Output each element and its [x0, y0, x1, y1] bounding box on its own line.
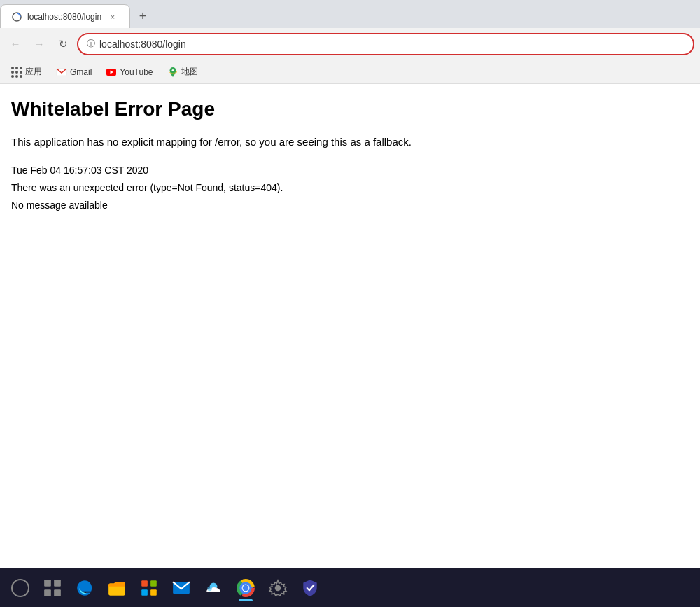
svg-rect-12 — [141, 589, 148, 596]
address-bar-input[interactable] — [99, 39, 685, 50]
forward-button[interactable]: → — [29, 34, 49, 54]
svg-point-16 — [207, 586, 211, 590]
taskbar-weather[interactable] — [199, 573, 228, 603]
taskbar-security[interactable] — [295, 573, 325, 603]
bookmark-gmail[interactable]: Gmail — [50, 64, 97, 80]
tab-favicon — [12, 12, 22, 22]
apps-grid-icon — [11, 67, 22, 78]
bookmark-apps-label: 应用 — [25, 66, 42, 78]
bookmark-maps[interactable]: 地图 — [162, 64, 204, 80]
youtube-icon — [106, 67, 117, 78]
lock-icon: ⓘ — [87, 38, 95, 50]
taskbar-mail[interactable] — [167, 573, 196, 603]
start-icon — [11, 579, 29, 597]
tab-bar: localhost:8080/login × + — [0, 0, 700, 28]
svg-point-4 — [172, 69, 174, 71]
back-button[interactable]: ← — [6, 34, 25, 54]
taskbar-file-explorer[interactable] — [102, 573, 132, 603]
taskbar-edge[interactable] — [70, 573, 99, 603]
tab-close-button[interactable]: × — [107, 11, 118, 22]
taskbar-settings[interactable] — [263, 573, 293, 603]
svg-point-23 — [275, 585, 281, 591]
svg-point-22 — [243, 585, 249, 591]
bookmarks-bar: 应用 Gmail YouTube — [0, 60, 700, 84]
start-button[interactable] — [6, 573, 35, 603]
tab-title: localhost:8080/login — [27, 12, 102, 22]
svg-rect-8 — [54, 589, 61, 596]
bookmark-youtube-label: YouTube — [120, 67, 153, 77]
active-tab[interactable]: localhost:8080/login × — [0, 4, 130, 28]
error-detail-text: There was an unexpected error (type=Not … — [11, 179, 689, 197]
svg-rect-11 — [150, 580, 157, 587]
taskbar-store[interactable] — [134, 573, 164, 603]
svg-rect-10 — [141, 580, 148, 587]
taskbar-task-view[interactable] — [38, 573, 67, 603]
page-content: Whitelabel Error Page This application h… — [0, 84, 700, 568]
error-timestamp: Tue Feb 04 16:57:03 CST 2020 — [11, 162, 689, 179]
taskbar — [0, 568, 700, 607]
address-bar-wrapper: ⓘ — [77, 33, 694, 55]
error-description: This application has no explicit mapping… — [11, 134, 689, 151]
svg-point-0 — [13, 13, 21, 21]
refresh-button[interactable]: ↻ — [53, 34, 73, 54]
bookmark-maps-label: 地图 — [181, 66, 198, 78]
bookmark-youtube[interactable]: YouTube — [100, 64, 158, 80]
bookmark-apps[interactable]: 应用 — [6, 64, 48, 80]
gmail-icon — [56, 67, 67, 78]
svg-rect-13 — [150, 589, 157, 596]
error-page-title: Whitelabel Error Page — [11, 98, 689, 120]
new-tab-button[interactable]: + — [133, 6, 153, 26]
browser-window: localhost:8080/login × + ← → ↻ ⓘ 应用 — [0, 0, 700, 607]
taskbar-chrome[interactable] — [231, 573, 260, 603]
maps-icon — [167, 67, 178, 78]
error-no-message: No message available — [11, 197, 689, 214]
svg-rect-7 — [44, 589, 51, 596]
nav-bar: ← → ↻ ⓘ — [0, 28, 700, 60]
error-details: Tue Feb 04 16:57:03 CST 2020 There was a… — [11, 162, 689, 215]
svg-rect-6 — [54, 580, 61, 587]
svg-rect-5 — [44, 580, 51, 587]
bookmark-gmail-label: Gmail — [70, 67, 92, 77]
